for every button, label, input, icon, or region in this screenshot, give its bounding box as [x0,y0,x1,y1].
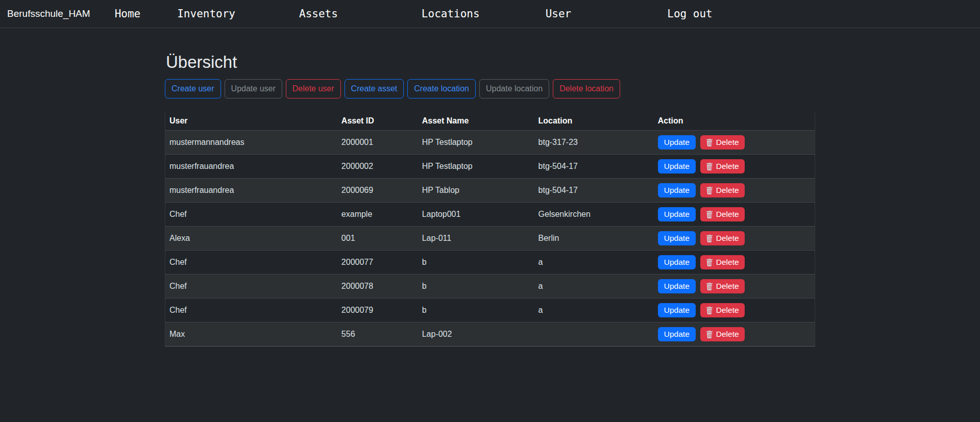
delete-button-label: Delete [716,258,739,267]
delete-row-button[interactable]: Delete [700,231,745,245]
table-row: Max556Lap-002UpdateDelete [165,322,815,346]
trash-icon [706,139,713,146]
cell-location: btg-317-23 [534,131,654,155]
trash-icon [706,163,713,170]
column-header-location: Location [534,112,654,131]
delete-user-button[interactable]: Delete user [286,79,341,98]
cell-location: Berlin [534,227,654,251]
table-row: musterfrauandrea2000069HP Tablopbtg-504-… [165,179,815,203]
cell-asset-id: 001 [337,227,418,251]
update-location-button[interactable]: Update location [479,79,549,98]
delete-button-label: Delete [716,210,739,219]
cell-action: UpdateDelete [654,251,815,275]
cell-asset-id: 2000069 [337,179,418,203]
assets-table-body: mustermannandreas2000001HP Testlaptopbtg… [165,131,815,346]
delete-row-button[interactable]: Delete [700,303,745,317]
cell-asset-name: HP Testlaptop [418,131,534,155]
cell-action: UpdateDelete [654,227,815,251]
update-row-button[interactable]: Update [658,303,696,317]
update-row-button[interactable]: Update [658,135,696,150]
update-row-button[interactable]: Update [658,279,696,293]
top-navbar: Berufsschule_HAM HomeInventoryAssetsLoca… [0,0,980,28]
cell-asset-name: b [418,299,534,322]
delete-location-button[interactable]: Delete location [553,79,620,98]
trash-icon [706,211,713,218]
nav-link-log-out[interactable]: Log out [667,8,713,20]
delete-row-button[interactable]: Delete [700,207,745,221]
navbar-brand[interactable]: Berufsschule_HAM [7,8,90,19]
update-row-button[interactable]: Update [658,159,696,173]
create-user-button[interactable]: Create user [165,79,221,98]
delete-row-button[interactable]: Delete [700,255,745,269]
cell-asset-name: HP Tablop [418,179,534,203]
create-asset-button[interactable]: Create asset [345,79,404,98]
cell-asset-name: Lap-011 [418,227,534,251]
nav-link-locations[interactable]: Locations [422,8,480,20]
table-row: Chef2000079baUpdateDelete [165,299,815,322]
navbar-links: HomeInventoryAssetsLocationsUserLog out [113,8,713,20]
cell-asset-name: b [418,251,534,275]
trash-icon [706,235,713,242]
update-row-button[interactable]: Update [658,231,696,245]
nav-link-home[interactable]: Home [115,8,141,20]
nav-link-assets[interactable]: Assets [299,8,338,20]
cell-location: a [534,251,654,275]
table-row: mustermannandreas2000001HP Testlaptopbtg… [165,131,815,155]
table-row: Alexa001Lap-011BerlinUpdateDelete [165,227,815,251]
delete-button-label: Delete [716,330,739,339]
cell-user: mustermannandreas [165,131,337,155]
cell-asset-id: 2000001 [337,131,418,155]
table-row: Chef2000078baUpdateDelete [165,275,815,299]
delete-button-label: Delete [716,234,739,243]
cell-asset-id: example [337,203,418,227]
delete-button-label: Delete [716,162,739,171]
cell-action: UpdateDelete [654,155,815,179]
cell-action: UpdateDelete [654,203,815,227]
update-row-button[interactable]: Update [658,207,696,221]
cell-location: a [534,299,654,322]
column-header-asset-id: Asset ID [337,112,418,131]
cell-user: Chef [165,203,337,227]
cell-user: Max [165,322,337,346]
update-row-button[interactable]: Update [658,255,696,269]
cell-location [534,322,654,346]
delete-row-button[interactable]: Delete [700,183,745,197]
table-row: musterfrauandrea2000002HP Testlaptopbtg-… [165,155,815,179]
trash-icon [706,331,713,338]
update-row-button[interactable]: Update [658,327,696,341]
delete-row-button[interactable]: Delete [700,279,745,293]
cell-asset-id: 2000079 [337,299,418,322]
delete-button-label: Delete [716,306,739,315]
cell-asset-id: 556 [337,322,418,346]
cell-location: Gelsenkirchen [534,203,654,227]
cell-action: UpdateDelete [654,131,815,155]
update-user-button[interactable]: Update user [225,79,282,98]
cell-asset-id: 2000002 [337,155,418,179]
cell-asset-id: 2000077 [337,251,418,275]
cell-asset-name: b [418,275,534,299]
cell-action: UpdateDelete [654,179,815,203]
column-header-action: Action [654,112,815,131]
update-row-button[interactable]: Update [658,183,696,197]
cell-user: Chef [165,299,337,322]
delete-row-button[interactable]: Delete [700,327,745,341]
create-location-button[interactable]: Create location [407,79,476,98]
cell-user: musterfrauandrea [165,155,337,179]
nav-link-user[interactable]: User [546,8,572,20]
nav-link-inventory[interactable]: Inventory [177,8,235,20]
column-header-user: User [165,112,337,131]
assets-table-head: UserAsset IDAsset NameLocationAction [165,112,815,131]
column-header-asset-name: Asset Name [418,112,534,131]
cell-location: a [534,275,654,299]
delete-row-button[interactable]: Delete [700,135,745,150]
crud-toolbar: Create userUpdate userDelete userCreate … [165,79,815,98]
cell-user: Chef [165,251,337,275]
delete-button-label: Delete [716,138,739,147]
cell-user: Alexa [165,227,337,251]
trash-icon [706,187,713,194]
table-row: Chef2000077baUpdateDelete [165,251,815,275]
delete-row-button[interactable]: Delete [700,159,745,173]
header-row: UserAsset IDAsset NameLocationAction [165,112,815,131]
trash-icon [706,307,713,314]
cell-action: UpdateDelete [654,299,815,322]
